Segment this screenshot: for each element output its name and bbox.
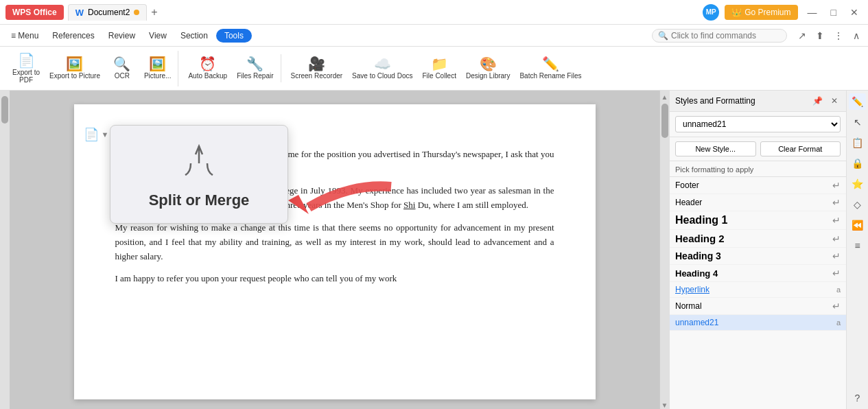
sidebar-header-icons: 📌 ✕ <box>810 95 841 107</box>
save-cloud-button[interactable]: ☁️ Save to Cloud Docs <box>348 54 417 82</box>
menu-bar: ≡ Menu References Review View Section To… <box>0 25 868 47</box>
design-library-button[interactable]: 🎨 Design Library <box>462 54 514 82</box>
split-merge-icon <box>124 139 274 186</box>
picture-button[interactable]: 🖼️ Picture... <box>140 54 175 82</box>
pin-button[interactable]: 📌 <box>810 95 825 107</box>
clear-format-button[interactable]: Clear Format <box>760 141 841 156</box>
scroll-thumb-right[interactable] <box>661 104 668 138</box>
sidebar-close-button[interactable]: ✕ <box>828 95 841 107</box>
edit-mode-button[interactable]: ✏️ <box>849 93 866 110</box>
export-picture-button[interactable]: 🖼️ Export to Picture <box>45 54 104 82</box>
tool-group-backup: ⏰ Auto Backup 🔧 Files Repair <box>181 54 281 82</box>
star-button[interactable]: ⭐ <box>849 176 866 192</box>
lock-button[interactable]: 🔒 <box>849 155 866 172</box>
document-tab-name: Document2 <box>88 8 130 17</box>
menu-item-section[interactable]: Section <box>175 28 213 43</box>
search-bar[interactable]: 🔍 <box>652 29 787 43</box>
tool-group-pdf: 📄 Export toPDF 🖼️ Export to Picture 🔍 OC… <box>5 51 178 86</box>
auto-backup-icon: ⏰ <box>199 57 216 71</box>
list-button[interactable]: ≡ <box>852 237 863 254</box>
screen-recorder-icon: 🎥 <box>308 57 325 71</box>
wps-office-button[interactable]: WPS Office <box>5 5 64 20</box>
export-picture-icon: 🖼️ <box>66 57 83 71</box>
new-style-button[interactable]: New Style... <box>675 141 756 156</box>
tool-group-cloud: 🎥 Screen Recorder ☁️ Save to Cloud Docs … <box>284 54 589 82</box>
ocr-icon: 🔍 <box>113 57 130 71</box>
close-button[interactable]: ✕ <box>846 5 863 19</box>
select-mode-button[interactable]: ↖ <box>851 114 865 130</box>
file-collect-icon: 📁 <box>431 57 448 71</box>
save-cloud-icon: ☁️ <box>374 57 391 71</box>
paragraph-3: My reason for wishing to make a change a… <box>115 221 554 264</box>
files-repair-icon: 🔧 <box>246 57 263 71</box>
history-button[interactable]: ⏪ <box>849 217 866 233</box>
help-button[interactable]: ? <box>852 390 863 406</box>
style-selector[interactable]: unnamed21 <box>675 116 841 132</box>
sidebar-title: Styles and Formatting <box>675 96 755 106</box>
add-tab-button[interactable]: + <box>151 6 157 19</box>
split-merge-popup: Split or Merge <box>110 125 288 224</box>
menu-item-view[interactable]: View <box>143 28 172 43</box>
scroll-thumb[interactable] <box>1 96 8 124</box>
export-pdf-button[interactable]: 📄 Export toPDF <box>8 51 44 86</box>
paragraph-4: I am happy to refer you upon your reques… <box>115 272 554 286</box>
split-merge-title: Split or Merge <box>124 191 274 209</box>
picture-icon: 🖼️ <box>149 57 166 71</box>
avatar[interactable]: MP <box>703 4 719 21</box>
search-icon: 🔍 <box>658 31 668 40</box>
style-item-hyperlink[interactable]: Hyperlink a <box>670 282 846 298</box>
title-bar-right: MP 👑 Go Premium — □ ✕ <box>703 4 863 21</box>
menu-item-tools[interactable]: Tools <box>216 29 252 43</box>
export-pdf-icon: 📄 <box>18 54 35 67</box>
document-tab[interactable]: W Document2 <box>68 4 148 21</box>
style-item-footer[interactable]: Footer ↵ <box>670 177 846 194</box>
maximize-button[interactable]: □ <box>827 5 841 19</box>
document-area[interactable]: 📄 ▼ Gentlemen: Because I believe that my… <box>0 91 659 409</box>
copy-button[interactable]: 📋 <box>849 135 866 151</box>
title-bar: WPS Office W Document2 + MP 👑 Go Premium… <box>0 0 868 25</box>
batch-rename-icon: ✏️ <box>542 57 559 71</box>
menu-right: ↗ ⬆ ⋮ ∧ <box>795 29 863 43</box>
search-input[interactable] <box>671 31 781 40</box>
style-list: Footer ↵ Header ↵ Heading 1 ↵ Heading 2 … <box>670 177 846 409</box>
file-collect-button[interactable]: 📁 File Collect <box>418 54 460 82</box>
page-label: 📄 ▼ <box>84 125 109 145</box>
title-bar-left: WPS Office W Document2 + <box>5 4 697 21</box>
screen-recorder-button[interactable]: 🎥 Screen Recorder <box>287 54 347 82</box>
right-icon-strip: ✏️ ↖ 📋 🔒 ⭐ ◇ ⏪ ≡ ? <box>846 91 868 409</box>
style-item-heading4[interactable]: Heading 4 ↵ <box>670 265 846 282</box>
sidebar-header: Styles and Formatting 📌 ✕ <box>670 91 846 112</box>
more-menu-button[interactable]: ⋮ <box>831 29 846 43</box>
pick-formatting-label: Pick formatting to apply <box>670 161 846 177</box>
style-item-heading3[interactable]: Heading 3 ↵ <box>670 248 846 265</box>
styles-sidebar: Styles and Formatting 📌 ✕ unnamed21 New … <box>669 91 846 409</box>
ocr-button[interactable]: 🔍 OCR <box>106 54 139 82</box>
sidebar-action-buttons: New Style... Clear Format <box>670 137 846 161</box>
style-select-row: unnamed21 <box>670 112 846 137</box>
collapse-ribbon-button[interactable]: ∧ <box>850 29 863 43</box>
batch-rename-button[interactable]: ✏️ Batch Rename Files <box>515 54 585 82</box>
vertical-scrollbar[interactable]: ▲ ▼ <box>659 91 669 409</box>
auto-backup-button[interactable]: ⏰ Auto Backup <box>184 54 231 82</box>
menu-item-menu[interactable]: ≡ Menu <box>5 28 44 43</box>
main-area: 📄 ▼ Gentlemen: Because I believe that my… <box>0 91 868 409</box>
style-item-normal[interactable]: Normal ↵ <box>670 298 846 315</box>
crown-icon: 👑 <box>731 8 742 17</box>
unsaved-dot <box>134 10 139 15</box>
toolbar: 📄 Export toPDF 🖼️ Export to Picture 🔍 OC… <box>0 47 868 91</box>
style-item-heading1[interactable]: Heading 1 ↵ <box>670 211 846 230</box>
share-button[interactable]: ↗ <box>795 29 809 43</box>
minimize-button[interactable]: — <box>804 5 821 19</box>
export-button[interactable]: ⬆ <box>813 29 827 43</box>
style-item-unnamed21[interactable]: unnamed21 a <box>670 315 846 331</box>
diamond-button[interactable]: ◇ <box>851 196 864 213</box>
word-icon: W <box>75 8 84 18</box>
menu-item-review[interactable]: Review <box>103 28 141 43</box>
files-repair-button[interactable]: 🔧 Files Repair <box>233 54 277 82</box>
go-premium-button[interactable]: 👑 Go Premium <box>725 5 797 20</box>
menu-item-references[interactable]: References <box>47 28 99 43</box>
style-item-header[interactable]: Header ↵ <box>670 194 846 211</box>
design-library-icon: 🎨 <box>480 57 497 71</box>
vertical-scrollbar-left[interactable] <box>0 91 10 409</box>
style-item-heading2[interactable]: Heading 2 ↵ <box>670 230 846 248</box>
